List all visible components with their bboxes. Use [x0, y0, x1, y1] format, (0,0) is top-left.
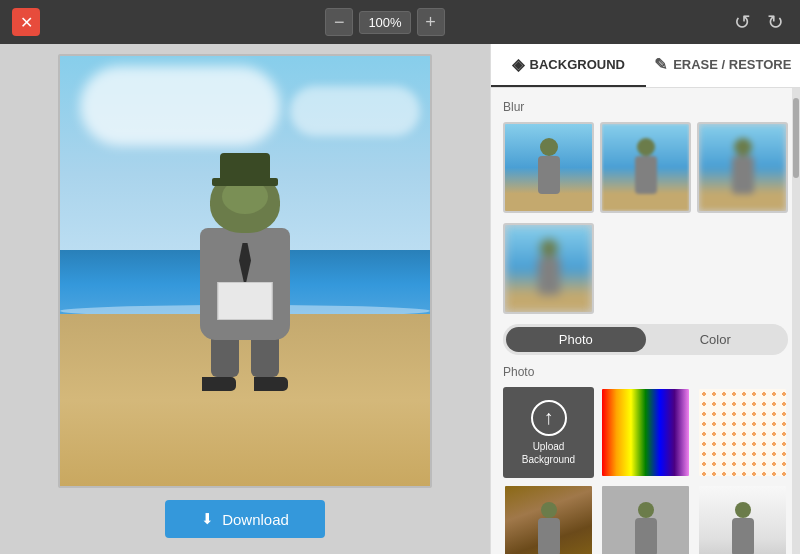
- blur-preview-0: [505, 124, 592, 211]
- download-label: Download: [222, 511, 289, 528]
- character-leg-right: [251, 337, 279, 377]
- beach-clouds: [80, 66, 280, 146]
- blur-preview-1: [602, 124, 689, 211]
- zoom-in-button[interactable]: +: [417, 8, 445, 36]
- upload-background-button[interactable]: ↑ UploadBackground: [503, 387, 594, 478]
- redo-button[interactable]: ↻: [763, 8, 788, 36]
- studio-bg: [699, 486, 786, 554]
- character-head: [210, 171, 280, 232]
- undo-redo-controls: ↺ ↻: [730, 8, 788, 36]
- sub-tab-bar: Photo Color: [503, 324, 788, 355]
- background-tab-icon: ◈: [512, 55, 524, 74]
- canvas-area: ⬇ Download: [0, 44, 490, 554]
- character-paper: [218, 282, 273, 320]
- download-icon: ⬇: [201, 510, 214, 528]
- mini-frog-3: [538, 257, 560, 295]
- wood-bg: [505, 486, 592, 554]
- mini-char-gray: [635, 518, 657, 554]
- canvas-image-container: [16, 54, 474, 488]
- blur-thumbnails-row2: [503, 223, 788, 314]
- beach-scene: [60, 56, 430, 486]
- photo-thumb-polka[interactable]: [697, 387, 788, 478]
- blur-thumb-2[interactable]: [697, 122, 788, 213]
- photo-thumb-rainbow[interactable]: [600, 387, 691, 478]
- polka-bg: [699, 389, 786, 476]
- erase-tab-icon: ✎: [654, 55, 667, 74]
- mini-head-wood: [541, 502, 557, 518]
- mini-head-gray: [638, 502, 654, 518]
- close-button[interactable]: ✕: [12, 8, 40, 36]
- zoom-value-display: 100%: [359, 11, 410, 34]
- undo-button[interactable]: ↺: [730, 8, 755, 36]
- toolbar: ✕ − 100% + ↺ ↻: [0, 0, 800, 44]
- download-button[interactable]: ⬇ Download: [165, 500, 325, 538]
- character: [185, 171, 305, 391]
- beach-clouds-2: [290, 86, 420, 136]
- photo-thumb-wood[interactable]: [503, 484, 594, 554]
- character-shoe-right: [254, 377, 288, 391]
- blur-thumbnails-row1: [503, 122, 788, 213]
- gray-bg: [602, 486, 689, 554]
- blur-thumb-3[interactable]: [503, 223, 594, 314]
- blur-preview-2: [699, 124, 786, 211]
- main-content: ⬇ Download ◈ BACKGROUND ✎ ERASE / RESTOR…: [0, 44, 800, 554]
- tab-background[interactable]: ◈ BACKGROUND: [491, 44, 646, 87]
- character-legs: [211, 337, 279, 377]
- blur-preview-3: [505, 225, 592, 312]
- blur-thumb-0-inner: [505, 124, 592, 211]
- blur-thumb-1[interactable]: [600, 122, 691, 213]
- photo-grid: ↑ UploadBackground: [503, 387, 788, 554]
- blur-thumb-1-inner: [602, 124, 689, 211]
- scrollbar-thumb[interactable]: [793, 98, 799, 178]
- panel-content: Blur: [491, 88, 800, 554]
- erase-restore-tab-label: ERASE / RESTORE: [673, 57, 791, 72]
- photo-thumb-gray[interactable]: [600, 484, 691, 554]
- character-leg-left: [211, 337, 239, 377]
- blur-thumb-2-inner: [699, 124, 786, 211]
- canvas-image[interactable]: [58, 54, 432, 488]
- blur-thumb-0[interactable]: [503, 122, 594, 213]
- character-tie: [239, 243, 251, 288]
- upload-icon: ↑: [531, 400, 567, 436]
- character-shoes: [202, 377, 288, 391]
- rainbow-bg: [602, 389, 689, 476]
- character-body: [200, 228, 290, 341]
- mini-frog-0: [538, 156, 560, 194]
- photo-section-label: Photo: [503, 365, 788, 379]
- sub-tab-color[interactable]: Color: [646, 327, 786, 352]
- tab-erase-restore[interactable]: ✎ ERASE / RESTORE: [646, 44, 801, 87]
- mini-frog-2: [732, 156, 754, 194]
- download-area: ⬇ Download: [165, 488, 325, 544]
- zoom-out-button[interactable]: −: [325, 8, 353, 36]
- mini-frog-1: [635, 156, 657, 194]
- sub-tab-photo[interactable]: Photo: [506, 327, 646, 352]
- mini-char-wood: [538, 518, 560, 554]
- zoom-controls: − 100% +: [325, 8, 444, 36]
- background-tab-label: BACKGROUND: [530, 57, 625, 72]
- photo-thumb-studio[interactable]: [697, 484, 788, 554]
- mini-char-studio: [732, 518, 754, 554]
- mini-head-studio: [735, 502, 751, 518]
- blur-section-label: Blur: [503, 100, 788, 114]
- character-hat: [220, 153, 270, 181]
- upload-label: UploadBackground: [522, 440, 575, 466]
- character-shoe-left: [202, 377, 236, 391]
- right-panel: ◈ BACKGROUND ✎ ERASE / RESTORE Blur: [490, 44, 800, 554]
- blur-thumb-3-inner: [505, 225, 592, 312]
- scrollbar-rail[interactable]: [792, 88, 800, 554]
- tab-bar: ◈ BACKGROUND ✎ ERASE / RESTORE: [491, 44, 800, 88]
